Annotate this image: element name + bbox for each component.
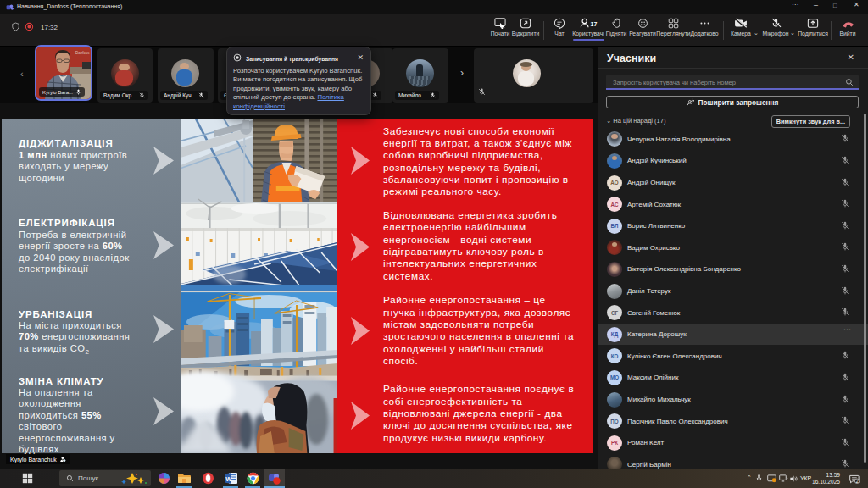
svg-text:W: W [225, 475, 232, 483]
svg-text:Danfoss: Danfoss [75, 51, 90, 55]
svg-text:!: ! [64, 458, 64, 463]
svg-text:2: 2 [856, 479, 859, 484]
